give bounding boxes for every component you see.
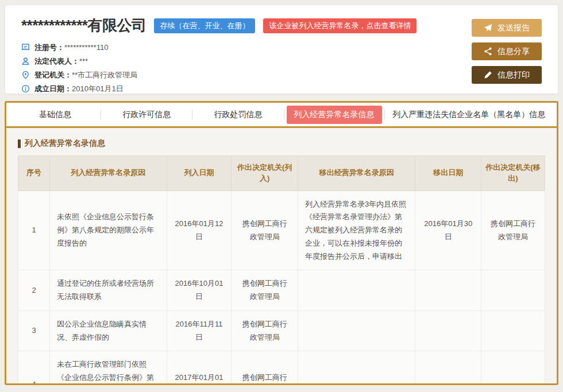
tab-administrative-license-label: 行政许可信息 <box>122 110 171 119</box>
tab-bar: 基础信息 行政许可信息 行政处罚信息 列入经营异常名录信息 列入严重违法失信企业… <box>6 103 557 128</box>
cell-removal-reason <box>298 351 415 385</box>
cell-inclusion-date: 2016年01月12日 <box>167 191 232 270</box>
main-panel: 基础信息 行政许可信息 行政处罚信息 列入经营异常名录信息 列入严重违法失信企业… <box>5 101 558 385</box>
tab-blacklist[interactable]: 列入严重违法失信企业名单（黑名单）信息 <box>385 110 553 120</box>
section-title-text: 列入经营异常名录信息 <box>25 138 105 149</box>
cell-removal-date: 2016年01月30日 <box>415 191 481 270</box>
col-header-removal-reason: 移出经营异常名录原因 <box>298 156 415 191</box>
abnormal-operations-table: 序号 列入经营异常名录原因 列入日期 作出决定机关(列入) 移出经营异常名录原因… <box>18 156 545 385</box>
cell-removal-reason <box>298 311 415 351</box>
section-title-marker <box>18 139 21 148</box>
registration-number-label: 注册号： <box>34 41 64 54</box>
cell-seq: 4 <box>18 351 50 385</box>
registration-authority-value: **市工商行政管理局 <box>72 68 137 81</box>
cell-removal-reason <box>298 270 415 311</box>
cell-inclusion-reason: 通过登记的住所或者经营场所无法取得联系 <box>50 270 167 311</box>
registration-number-value: ***********110 <box>64 41 108 54</box>
col-header-removal-authority: 作出决定机关(移出) <box>481 156 545 191</box>
table-row: 1 未依照《企业信息公示暂行条例》第八条规定的期限公示年度报告的 2016年01… <box>18 191 545 270</box>
certificate-icon <box>21 43 30 52</box>
cell-inclusion-date: 2017年01月01日 <box>167 351 232 385</box>
pencil-icon <box>484 71 492 79</box>
registration-authority-label: 登记机关： <box>34 68 72 81</box>
tab-administrative-license[interactable]: 行政许可信息 <box>101 110 192 120</box>
table-row: 2 通过登记的住所或者经营场所无法取得联系 2016年10月01日 携创网工商行… <box>18 270 545 311</box>
share-nodes-icon <box>484 47 492 56</box>
cell-removal-date <box>415 270 481 311</box>
tab-blacklist-label: 列入严重违法失信企业名单（黑名单）信息 <box>392 110 545 119</box>
tab-administrative-penalty-label: 行政处罚信息 <box>214 110 263 119</box>
col-header-inclusion-date: 列入日期 <box>167 156 232 191</box>
col-header-inclusion-authority: 作出决定机关(列入) <box>232 156 298 191</box>
cell-seq: 3 <box>18 311 50 351</box>
tab-administrative-penalty[interactable]: 行政处罚信息 <box>192 110 283 120</box>
company-title-row: ************有限公司 存续（在营、开业、在册） 该企业被列入经营异常… <box>21 15 472 36</box>
print-info-button[interactable]: 信息打印 <box>472 66 542 84</box>
status-badge: 存续（在营、开业、在册） <box>154 18 255 33</box>
send-report-button[interactable]: 发送报告 <box>472 19 542 37</box>
col-header-seq: 序号 <box>18 156 50 191</box>
registration-number-row: 注册号： ***********110 <box>21 40 472 54</box>
tab-basic-info-label: 基础信息 <box>39 110 71 119</box>
legal-representative-value: *** <box>79 55 88 68</box>
cell-removal-authority: 携创网工商行政管理局 <box>481 191 545 270</box>
share-info-button[interactable]: 信息分享 <box>472 42 542 60</box>
cell-seq: 1 <box>18 191 50 270</box>
info-icon <box>21 84 30 93</box>
cell-inclusion-reason: 因公示企业信息隐瞒真实情况、弄虚作假的 <box>50 311 167 351</box>
panel-content: 列入经营异常名录信息 序号 列入经营异常名录原因 列入日期 作出决定机关(列入)… <box>6 128 557 385</box>
company-info-block: ************有限公司 存续（在营、开业、在册） 该企业被列入经营异常… <box>21 15 472 86</box>
cell-removal-date <box>415 351 481 385</box>
cell-inclusion-reason: 未依照《企业信息公示暂行条例》第八条规定的期限公示年度报告的 <box>50 191 167 270</box>
abnormal-alert-badge[interactable]: 该企业被列入经营异常名录，点击查看详情 <box>263 18 417 33</box>
cell-removal-date <box>415 311 481 351</box>
cell-removal-authority <box>481 311 545 351</box>
company-name: ************有限公司 <box>21 15 146 36</box>
legal-representative-row: 法定代表人： *** <box>21 54 472 68</box>
cell-inclusion-authority: 携创网工商行政管理局 <box>232 311 298 351</box>
establishment-date-label: 成立日期： <box>34 82 72 95</box>
company-header-card: ************有限公司 存续（在营、开业、在册） 该企业被列入经营异常… <box>5 5 558 94</box>
col-header-removal-date: 移出日期 <box>415 156 481 191</box>
tab-abnormal-operations-label: 列入经营异常名录信息 <box>287 106 382 124</box>
col-header-inclusion-reason: 列入经营异常名录原因 <box>50 156 167 191</box>
legal-representative-label: 法定代表人： <box>34 55 79 68</box>
cell-inclusion-authority: 携创网工商行政管理局 <box>232 270 298 311</box>
cell-removal-reason: 列入经营异常名录3年内且依照《经营异常名录管理办法》第六规定被列入经营异常名录的… <box>298 191 415 270</box>
cell-inclusion-authority: 携创网工商行政管理局 <box>232 351 298 385</box>
location-icon <box>21 71 30 79</box>
person-icon <box>21 57 30 65</box>
page: ************有限公司 存续（在营、开业、在册） 该企业被列入经营异常… <box>0 0 563 392</box>
cell-inclusion-date: 2016年11月11日 <box>167 311 232 351</box>
share-info-label: 信息分享 <box>498 46 530 57</box>
registration-authority-row: 登记机关： **市工商行政管理局 <box>21 68 472 81</box>
cell-inclusion-date: 2016年10月01日 <box>167 270 232 311</box>
cell-inclusion-reason: 未在工商行政管理部门依照《企业信息公示暂行条例》第十条规定责令的期限内公示有关企… <box>50 351 167 385</box>
print-info-label: 信息打印 <box>498 70 530 80</box>
table-header-row: 序号 列入经营异常名录原因 列入日期 作出决定机关(列入) 移出经营异常名录原因… <box>18 156 545 191</box>
table-row: 4 未在工商行政管理部门依照《企业信息公示暂行条例》第十条规定责令的期限内公示有… <box>18 351 545 385</box>
cell-seq: 2 <box>18 270 50 311</box>
paper-plane-icon <box>484 24 492 32</box>
cell-inclusion-authority: 携创网工商行政管理局 <box>232 191 298 270</box>
tab-basic-info[interactable]: 基础信息 <box>10 110 101 120</box>
section-title: 列入经营异常名录信息 <box>18 138 545 149</box>
establishment-date-row: 成立日期： 2010年01月1日 <box>21 81 472 95</box>
tab-abnormal-operations[interactable]: 列入经营异常名录信息 <box>284 106 384 124</box>
header-actions: 发送报告 信息分享 信息打印 <box>472 15 542 86</box>
cell-removal-authority <box>481 270 545 311</box>
cell-removal-authority <box>481 351 545 385</box>
establishment-date-value: 2010年01月1日 <box>72 82 124 95</box>
table-row: 3 因公示企业信息隐瞒真实情况、弄虚作假的 2016年11月11日 携创网工商行… <box>18 311 545 351</box>
send-report-label: 发送报告 <box>498 23 530 33</box>
